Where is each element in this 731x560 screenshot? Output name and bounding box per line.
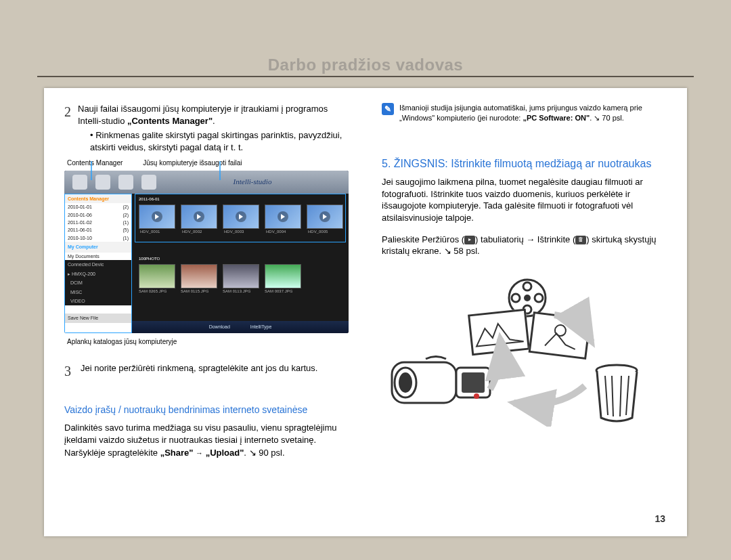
toolbar-icon-share bbox=[141, 175, 156, 190]
subhead-sharing: Vaizdo įrašų / nuotraukų bendrinimas int… bbox=[64, 404, 349, 416]
app-toolbar: Intelli-studio bbox=[64, 171, 349, 194]
photo-thumb bbox=[139, 264, 175, 288]
sidebar-connected-dev: Connected Devic bbox=[65, 260, 131, 269]
app-title: Intelli-studio bbox=[164, 177, 340, 187]
sidebar-dev-item: MISC bbox=[65, 288, 131, 297]
note-icon: ✎ bbox=[382, 103, 394, 115]
delete-tab-icon: 🗑 bbox=[575, 236, 586, 244]
sidebar: Contents Manager 2010-01-01(2) 2010-01-0… bbox=[64, 194, 132, 333]
sidebar-date-row: 2011-06-01(5) bbox=[65, 226, 131, 234]
thumb-label: SAM 0265.JPG bbox=[139, 288, 167, 294]
photo-thumb bbox=[181, 264, 217, 288]
left-column: 2 Nauji failai išsaugomi jūsų kompiutery… bbox=[44, 88, 368, 536]
sidebar-save-btn: Save New File bbox=[65, 314, 131, 322]
sidebar-dev-item: ▸ HMXQ-200 bbox=[65, 270, 131, 278]
group-title-2: 100PHOTO bbox=[139, 256, 160, 261]
step5-p2a: Palieskite Peržiūros ( bbox=[382, 234, 464, 244]
sidebar-dev-item: VIDEO bbox=[65, 297, 131, 305]
share-arrow: → bbox=[196, 449, 203, 457]
sidebar-contents-header: Contents Manager bbox=[65, 194, 131, 203]
header-rule bbox=[37, 76, 694, 77]
thumb-label: SAM 0037.JPG bbox=[265, 288, 292, 294]
step-3-text: Jei norite peržiūrėti rinkmeną, spragtel… bbox=[81, 362, 317, 381]
section-header: Darbo pradžios vadovas bbox=[0, 56, 731, 74]
intelli-studio-screenshot: Intelli-studio Contents Manager 2010-01-… bbox=[64, 171, 349, 333]
sidebar-date-row: 2010-01-06(2) bbox=[65, 211, 131, 219]
step5-p2b: ) tabuliatorių → Ištrinkite ( bbox=[475, 234, 575, 244]
sidebar-date-row: 2010-10-10(1) bbox=[65, 234, 131, 242]
sidebar-date-row: 2010-01-01(2) bbox=[65, 203, 131, 211]
manual-page: Darbo pradžios vadovas 2 Nauji failai iš… bbox=[0, 0, 731, 560]
thumb-label: SAM 0113.JPG bbox=[223, 288, 250, 294]
page-number: 13 bbox=[655, 513, 665, 524]
share-p2c: „Upload" bbox=[203, 448, 244, 458]
share-p2e: ↘ 90 psl. bbox=[249, 448, 285, 458]
share-p2a: Naršyklėje spragtelėkite bbox=[64, 448, 160, 458]
caption-contents-manager: Contents Manager bbox=[67, 158, 123, 168]
step-2-dot: . bbox=[213, 116, 215, 126]
step-2-number: 2 bbox=[64, 103, 71, 153]
note-text-d: ↘ 70 psl. bbox=[594, 114, 623, 122]
thumb-label: SAM 0115.JPG bbox=[181, 288, 208, 294]
right-column: ✎ Išmanioji studija įsijungia automatišk… bbox=[368, 88, 687, 536]
playback-tab-icon: ▸ bbox=[464, 236, 475, 244]
step-2-bullet: Rinkmenas galite skirstyti pagal skirtin… bbox=[90, 129, 349, 153]
step5-p1: Jei saugojimo laikmena pilna, tuomet neg… bbox=[382, 176, 667, 223]
thumbnails-area: 2011-06-01 HDV_0001 HDV_0002 HDV_0003 bbox=[132, 194, 349, 333]
share-p2d: . bbox=[244, 448, 248, 458]
photo-thumb bbox=[223, 264, 259, 288]
sidebar-dev-item: DCIM bbox=[65, 278, 131, 287]
page-sheet: 2 Nauji failai išsaugomi jūsų kompiutery… bbox=[44, 88, 687, 536]
photo-thumb bbox=[265, 264, 301, 288]
caption-saved-files: Jūsų kompiuteryje išsaugoti failai bbox=[143, 158, 242, 168]
sidebar-mycomputer: My Computer bbox=[65, 242, 131, 252]
step-2-bold: „Contents Manager" bbox=[127, 116, 213, 126]
toolbar-icon-library bbox=[72, 175, 87, 190]
footer-intellitype: IntelliType bbox=[250, 324, 272, 330]
step5-heading-b: Ištrinkite filmuotą medžiagą ar nuotrauk… bbox=[448, 158, 652, 169]
step-3-number: 3 bbox=[64, 362, 71, 381]
caption-folder-list: Aplankų katalogas jūsų kompiuteryje bbox=[67, 337, 349, 347]
share-p2b: „Share" bbox=[160, 448, 196, 458]
flow-arrows bbox=[382, 278, 646, 427]
toolbar-icon-photo bbox=[95, 175, 110, 190]
delete-diagram bbox=[382, 278, 646, 427]
sidebar-date-row: 2011-01-02(1) bbox=[65, 219, 131, 226]
note-text-b: „PC Software: ON" bbox=[523, 114, 590, 122]
sidebar-mydocs: My Documents bbox=[65, 253, 131, 260]
share-p1: Dalinkitės savo turima medžiaga su visu … bbox=[64, 422, 349, 446]
toolbar-icon-movie bbox=[118, 175, 133, 190]
footer-download: Download bbox=[209, 324, 230, 330]
step5-heading-a: 5. ŽINGSNIS: bbox=[382, 158, 448, 169]
